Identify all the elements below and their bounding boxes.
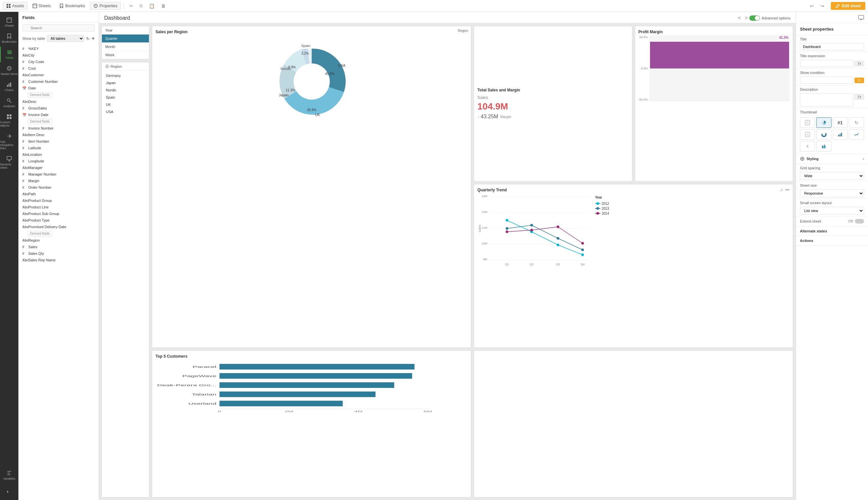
nav-bookmarks[interactable]: Bookmarks <box>0 31 19 46</box>
field-item-promiseddelivery[interactable]: Abc Promised Delivery Date <box>19 224 99 230</box>
extend-sheet-toggle[interactable] <box>855 219 864 224</box>
thumb-bar-chart[interactable] <box>833 129 848 140</box>
field-item-productsubgroup[interactable]: Abc Product Sub Group <box>19 211 99 217</box>
field-item-invoicenumber[interactable]: # Invoice Number <box>19 125 99 132</box>
copy-btn[interactable]: ⎘ <box>137 2 145 10</box>
nav-custom-objects[interactable]: Custom objects <box>0 111 19 130</box>
nav-sheets[interactable]: Sheets <box>0 14 19 30</box>
styling-header[interactable]: Styling › <box>796 154 868 164</box>
field-item-salesrepname[interactable]: Abc Sales Rep Name <box>19 257 99 263</box>
field-item-longitude[interactable]: # Longitude <box>19 158 99 164</box>
tab-bookmarks[interactable]: Bookmarks <box>56 2 89 10</box>
region-japan[interactable]: Japan <box>102 79 149 87</box>
field-item-itemnumber[interactable]: # Item Number <box>19 138 99 145</box>
field-item-key[interactable]: # %KEY <box>19 45 99 52</box>
expand-btn[interactable]: ⤢ <box>780 188 783 192</box>
fields-search-input[interactable] <box>22 24 95 32</box>
field-item-productgroup[interactable]: Abc Product Group <box>19 197 99 204</box>
field-item-invoicedate[interactable]: 📅 Invoice Date <box>19 112 99 118</box>
description-fx[interactable]: ƒx <box>855 94 864 100</box>
filter-month[interactable]: Month <box>102 43 149 51</box>
region-usa[interactable]: USA <box>102 108 149 115</box>
filter-year[interactable]: Year <box>102 26 149 35</box>
title-expression-input[interactable] <box>800 60 853 67</box>
thumb-line-chart[interactable] <box>849 129 864 140</box>
tab-properties[interactable]: Properties <box>90 2 121 10</box>
field-item-producttype[interactable]: Abc Product Type <box>19 217 99 224</box>
add-field-btn[interactable]: + <box>92 35 95 42</box>
field-item-date[interactable]: 📅 Date <box>19 85 99 91</box>
show-condition-input[interactable] <box>800 77 853 84</box>
region-uk[interactable]: UK <box>102 101 149 108</box>
advanced-options-toggle[interactable] <box>749 15 760 21</box>
redo-btn[interactable]: ↪ <box>818 2 827 10</box>
nav-bookmarks-label: Bookmarks <box>2 40 16 43</box>
delete-btn[interactable]: 🗑 <box>159 2 168 10</box>
y-min: -50.0% <box>639 98 648 101</box>
show-condition-fx[interactable]: ƒx <box>855 78 864 83</box>
grid-spacing-select[interactable]: Wide <box>800 172 864 180</box>
nav-dynamic-views[interactable]: Dynamic views <box>0 153 19 172</box>
thumb-upload2[interactable] <box>800 129 815 140</box>
nav-app-navigation[interactable]: App navigation links <box>0 130 19 152</box>
derived-date: Derived fields <box>19 91 99 98</box>
field-item-citycode[interactable]: # City Code <box>19 58 99 65</box>
region-spain[interactable]: Spain <box>102 94 149 101</box>
edit-sheet-btn[interactable]: Edit sheet <box>831 2 865 10</box>
prev-btn[interactable]: < <box>736 14 742 22</box>
thumb-circle-chart[interactable] <box>816 129 832 140</box>
field-item-productline[interactable]: Abc Product Line <box>19 204 99 211</box>
tab-assets[interactable]: Assets <box>3 2 27 10</box>
field-item-managernumber[interactable]: # Manager Number <box>19 171 99 178</box>
field-item-city[interactable]: Abc City <box>19 52 99 58</box>
title-expression-fx[interactable]: ƒx <box>855 61 864 66</box>
table-select[interactable]: All tables <box>47 35 84 42</box>
nav-master-items[interactable]: Master items <box>0 63 19 78</box>
field-item-region[interactable]: Abc Region <box>19 237 99 243</box>
thumb-grouped-bars[interactable] <box>816 141 832 151</box>
field-item-itemdesc[interactable]: Abc Item Desc <box>19 132 99 138</box>
next-btn[interactable]: > <box>743 14 749 22</box>
nav-charts[interactable]: Charts <box>0 79 19 94</box>
derived-invoicedate: Derived fields <box>19 118 99 125</box>
undo-btn[interactable]: ↩ <box>807 2 816 10</box>
nav-fields[interactable]: Fields <box>0 47 19 62</box>
field-item-customer[interactable]: Abc Customer <box>19 72 99 78</box>
description-input[interactable] <box>800 93 853 106</box>
thumb-left-arrow[interactable] <box>800 141 815 151</box>
filter-quarter[interactable]: Quarter <box>102 35 149 43</box>
field-item-latitude[interactable]: # Latitude <box>19 145 99 151</box>
field-item-path[interactable]: Abc Path <box>19 191 99 197</box>
sheet-size-select[interactable]: Responsive <box>800 189 864 197</box>
nav-analyses[interactable]: Analyses <box>0 95 19 111</box>
field-item-salesqty[interactable]: # Sales Qty <box>19 250 99 257</box>
filter-week[interactable]: Week <box>102 51 149 59</box>
paste-btn[interactable]: 📋 <box>146 2 157 10</box>
cut-btn[interactable]: ✂ <box>127 2 136 10</box>
field-item-grosssales[interactable]: # GrossSales <box>19 105 99 112</box>
svg-rect-12 <box>7 52 12 53</box>
thumb-refresh[interactable]: ↻ <box>849 117 864 128</box>
zero-line <box>650 68 789 69</box>
field-item-customernumber[interactable]: # Customer Number <box>19 78 99 85</box>
nav-collapse[interactable] <box>0 486 19 497</box>
nav-app-navigation-label: App navigation links <box>0 140 19 150</box>
tab-sheets[interactable]: Sheets <box>29 2 54 10</box>
title-input[interactable] <box>800 43 864 50</box>
field-item-desc[interactable]: Abc Desc <box>19 98 99 105</box>
thumb-hash[interactable]: #1 <box>833 117 848 128</box>
small-screen-select[interactable]: List view <box>800 207 864 215</box>
field-item-manager[interactable]: Abc Manager <box>19 164 99 171</box>
field-item-margin[interactable]: # Margin <box>19 178 99 184</box>
field-item-location[interactable]: Abc Location <box>19 151 99 158</box>
nav-variables[interactable]: Variables <box>0 467 19 483</box>
field-item-sales[interactable]: # Sales <box>19 243 99 250</box>
region-nordic[interactable]: Nordic <box>102 87 149 94</box>
thumb-upload[interactable] <box>800 117 815 128</box>
field-item-cost[interactable]: # Cost <box>19 65 99 72</box>
refresh-btn[interactable]: ↻ <box>86 36 90 41</box>
region-germany[interactable]: Germany <box>102 72 149 79</box>
field-item-ordernumber[interactable]: # Order Number <box>19 184 99 191</box>
thumb-pie[interactable] <box>816 117 832 128</box>
more-btn[interactable]: ••• <box>785 188 789 192</box>
